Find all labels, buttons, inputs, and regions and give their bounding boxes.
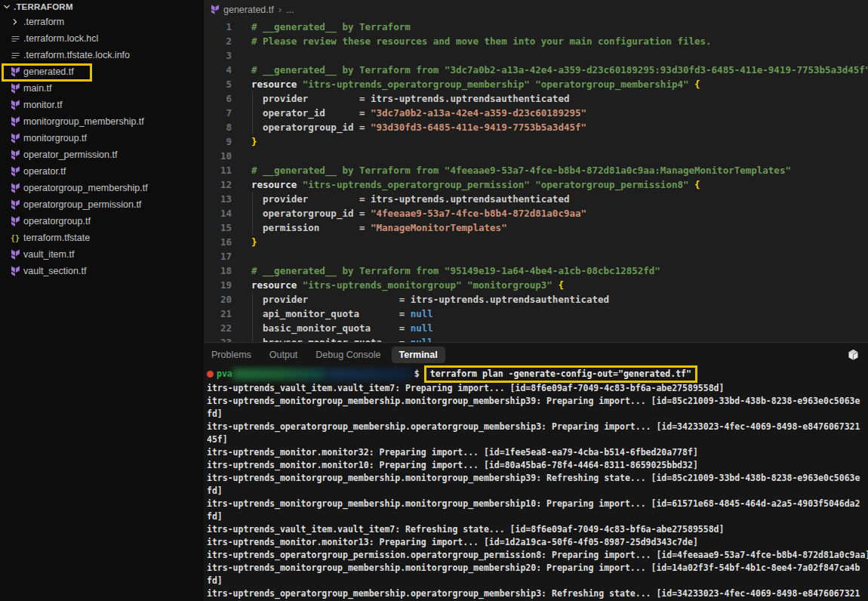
sidebar-item-operatorgroup-tf[interactable]: operatorgroup.tf <box>0 213 204 230</box>
terraform-icon <box>9 215 21 227</box>
file-label: terraform.tfstate <box>23 233 90 243</box>
line-number: 23 <box>204 335 232 342</box>
code-line: 5resource "itrs-uptrends_operatorgroup_m… <box>204 77 868 91</box>
panel-tab-output[interactable]: Output <box>262 347 306 363</box>
explorer-section-label: .TERRAFORM <box>14 2 73 11</box>
list-icon <box>9 49 21 61</box>
panel-tab-terminal[interactable]: Terminal <box>392 347 445 363</box>
terminal-output-line: itrs-uptrends_monitorgroup_membership.mo… <box>207 395 868 408</box>
code-editor[interactable]: 1# __generated__ by Terraform2# Please r… <box>204 20 868 342</box>
code-line: 18# __generated__ by Terraform from "951… <box>204 264 868 278</box>
sidebar-item--terraform[interactable]: .terraform <box>0 14 204 30</box>
terraform-icon <box>9 132 21 144</box>
code-line: 3 <box>204 48 868 63</box>
code-line: 22 basic_monitor_quota = null <box>204 321 868 335</box>
terminal-output-line: 45f] <box>207 433 868 446</box>
line-number: 20 <box>204 292 232 307</box>
sidebar-item-monitor-tf[interactable]: monitor.tf <box>0 97 204 113</box>
line-number: 3 <box>204 48 232 63</box>
code-line: 2# Please review these resources and mov… <box>204 34 868 48</box>
code-line: 23 browser_monitor_quota = null <box>204 335 868 342</box>
code-line: 4# __generated__ by Terraform from "3dc7… <box>204 63 868 77</box>
line-number: 2 <box>204 34 232 48</box>
code-line: 20 provider = itrs-uptrends.uptrendsauth… <box>204 292 868 307</box>
sidebar-item--terraform-lock-hcl[interactable]: .terraform.lock.hcl <box>0 30 204 47</box>
file-label: monitorgroup.tf <box>23 133 87 143</box>
line-number: 13 <box>204 192 232 206</box>
line-number: 4 <box>204 63 232 77</box>
code-line: 10 <box>204 149 868 163</box>
file-label: .terraform.tfstate.lock.info <box>23 50 130 60</box>
terraform-icon <box>211 5 220 14</box>
panel-tab-debug-console[interactable]: Debug Console <box>308 347 388 363</box>
editor-area[interactable]: generated.tf › ... 1# __generated__ by T… <box>204 0 868 342</box>
terraform-icon <box>9 199 21 211</box>
terminal-output-line: itrs-uptrends_monitorgroup_membership.mo… <box>207 562 868 575</box>
code-line: 9} <box>204 134 868 149</box>
breadcrumb-more[interactable]: ... <box>286 5 294 15</box>
sidebar-item-operator-tf[interactable]: operator.tf <box>0 163 204 180</box>
chevron-right-icon <box>9 16 21 28</box>
sidebar-item--terraform-tfstate-lock-info[interactable]: .terraform.tfstate.lock.info <box>0 47 204 63</box>
file-label: vault_section.tf <box>23 266 86 276</box>
code-line: 13 provider = itrs-uptrends.uptrendsauth… <box>204 192 868 206</box>
breadcrumb[interactable]: generated.tf › ... <box>204 0 868 19</box>
terminal[interactable]: pva$terraform plan -generate-config-out=… <box>207 365 868 601</box>
line-number: 17 <box>204 249 232 264</box>
code-line: 17 <box>204 249 868 264</box>
line-number: 1 <box>204 20 232 34</box>
sidebar-item-operatorgroup-permission-tf[interactable]: operatorgroup_permission.tf <box>0 196 204 213</box>
terminal-output-line: itrs-uptrends_vault_item.vault_item7: Re… <box>207 523 868 536</box>
file-label: operatorgroup_permission.tf <box>23 199 141 210</box>
file-list: .terraform.terraform.lock.hcl.terraform.… <box>0 14 204 279</box>
explorer-sidebar: .TERRAFORM .terraform.terraform.lock.hcl… <box>0 0 204 601</box>
sidebar-item-vault-section-tf[interactable]: vault_section.tf <box>0 263 204 279</box>
line-number: 15 <box>204 220 232 235</box>
terminal-user: pva <box>217 368 232 379</box>
sidebar-item-operatorgroup-membership-tf[interactable]: operatorgroup_membership.tf <box>0 180 204 196</box>
file-label: .terraform <box>23 17 64 27</box>
sidebar-item-generated-tf[interactable]: generated.tf <box>0 63 204 80</box>
line-number: 19 <box>204 278 232 292</box>
line-number: 16 <box>204 235 232 249</box>
sidebar-item-monitorgroup-membership-tf[interactable]: monitorgroup_membership.tf <box>0 113 204 130</box>
terraform-icon <box>9 149 21 161</box>
code-line: 16} <box>204 235 868 249</box>
terraform-icon <box>9 66 21 78</box>
line-number: 9 <box>204 134 232 149</box>
sidebar-item-main-tf[interactable]: main.tf <box>0 80 204 97</box>
terminal-command[interactable]: terraform plan -generate-config-out="gen… <box>424 365 697 383</box>
terminal-output-line: itrs-uptrends_monitor.monitor13: Prepari… <box>207 536 868 549</box>
redacted-blur-1 <box>232 368 327 380</box>
json-icon: {} <box>9 232 21 244</box>
code-line: 1# __generated__ by Terraform <box>204 20 868 34</box>
code-line: 19resource "itrs-uptrends_monitorgroup" … <box>204 278 868 292</box>
terraform-icon <box>9 165 21 177</box>
breadcrumb-separator: › <box>279 4 282 15</box>
file-label: operator_permission.tf <box>23 149 117 160</box>
code-line: 15 permission = "ManageMonitorTemplates" <box>204 220 868 235</box>
sidebar-item-operator-permission-tf[interactable]: operator_permission.tf <box>0 146 204 163</box>
file-label: .terraform.lock.hcl <box>23 33 98 44</box>
code-line: 6 provider = itrs-uptrends.uptrendsauthe… <box>204 91 868 106</box>
command-failed-icon <box>207 371 214 378</box>
code-line: 14 operatorgroup_id = "4feeaae9-53a7-4fc… <box>204 206 868 220</box>
file-label: monitorgroup_membership.tf <box>23 116 144 127</box>
bottom-panel: ProblemsOutputDebug ConsoleTerminal pva$… <box>204 342 868 601</box>
line-number: 11 <box>204 163 232 177</box>
sidebar-item-terraform-tfstate[interactable]: {}terraform.tfstate <box>0 230 204 246</box>
terminal-output-line: fd] <box>207 575 868 587</box>
terminal-output-line: itrs-uptrends_monitor.monitor10: Prepari… <box>207 459 868 472</box>
code-line: 7 operator_id = "3dc7a0b2-a13a-42e4-a359… <box>204 106 868 120</box>
sidebar-item-monitorgroup-tf[interactable]: monitorgroup.tf <box>0 130 204 146</box>
terminal-output-line: itrs-uptrends_monitorgroup_membership.mo… <box>207 498 868 510</box>
sidebar-item-vault-item-tf[interactable]: vault_item.tf <box>0 246 204 263</box>
breadcrumb-file[interactable]: generated.tf <box>223 5 274 15</box>
terminal-output-line: itrs-uptrends_vault_item.vault_item7: Pr… <box>207 382 868 395</box>
panel-tab-problems[interactable]: Problems <box>204 347 259 363</box>
explorer-section-terraform[interactable]: .TERRAFORM <box>0 0 204 14</box>
terminal-output-line: fd] <box>207 485 868 498</box>
package-cube-icon[interactable] <box>848 349 859 361</box>
terraform-icon <box>9 248 21 260</box>
chevron-down-icon <box>3 3 11 11</box>
